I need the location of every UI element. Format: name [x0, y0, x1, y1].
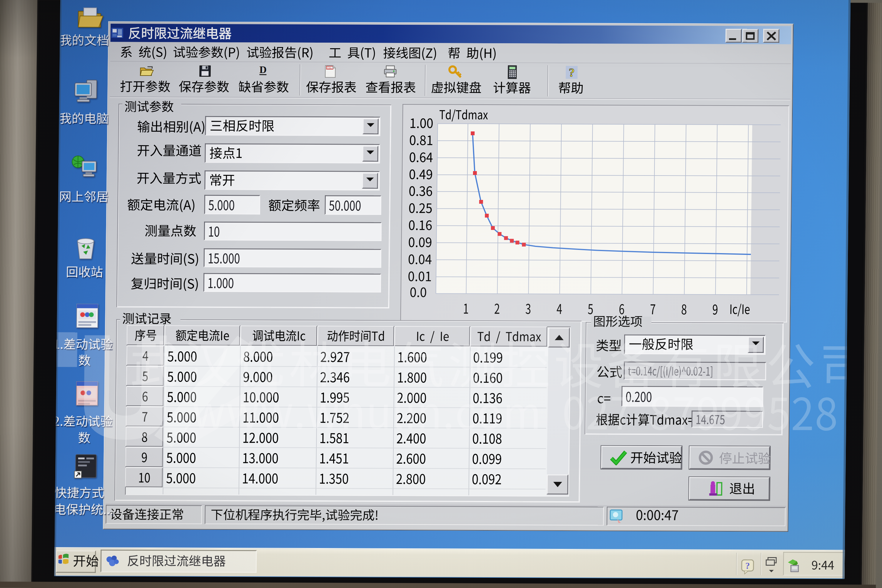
svg-text:?: ?	[745, 561, 750, 570]
